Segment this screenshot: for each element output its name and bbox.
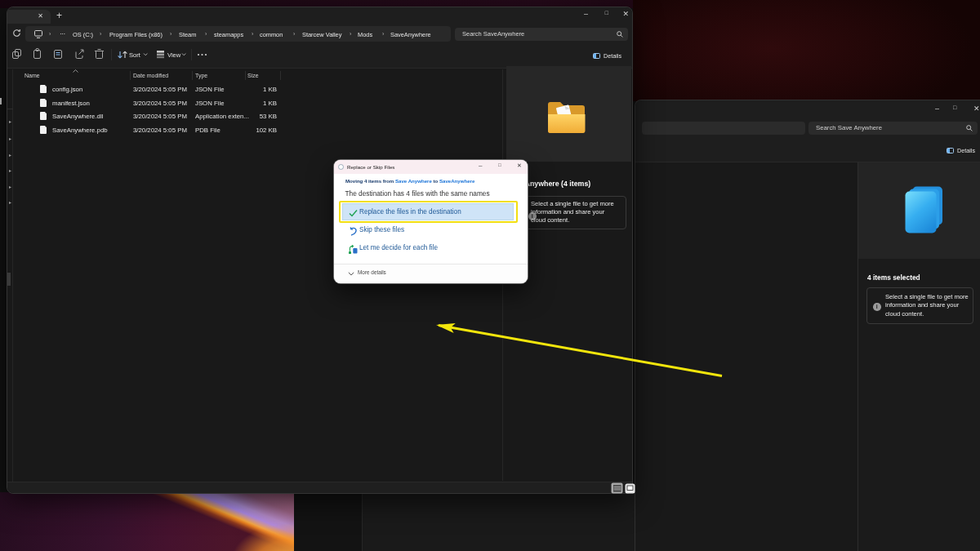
svg-text:View: View [167, 51, 181, 59]
svg-text:Sort: Sort [129, 51, 141, 59]
